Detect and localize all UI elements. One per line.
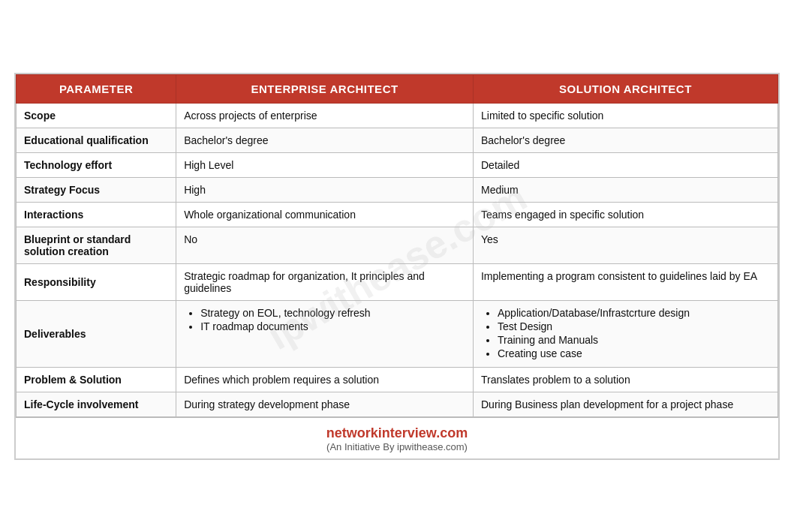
list-item: Creating use case xyxy=(498,347,770,359)
ea-cell: Across projects of enterprise xyxy=(176,103,474,128)
table-row: ScopeAcross projects of enterpriseLimite… xyxy=(17,103,778,128)
sa-cell: Implementing a program consistent to gui… xyxy=(473,263,777,300)
footer: networkinterview.com (An Initiative By i… xyxy=(16,417,778,458)
ea-cell: Strategy on EOL, technology refreshIT ro… xyxy=(176,300,474,367)
sa-cell: Detailed xyxy=(473,152,777,177)
list-item: Application/Database/Infrastcrture desig… xyxy=(498,307,770,319)
param-cell: Responsibility xyxy=(17,263,176,300)
param-cell: Interactions xyxy=(17,202,176,227)
list-item: IT roadmap documents xyxy=(200,320,465,332)
header-param: PARAMETER xyxy=(17,74,176,103)
sa-cell: Teams engaged in specific solution xyxy=(473,202,777,227)
sa-cell: Bachelor's degree xyxy=(473,128,777,152)
table-row: InteractionsWhole organizational communi… xyxy=(17,202,778,227)
list-item: Training and Manuals xyxy=(498,334,770,346)
ea-cell: High xyxy=(176,177,474,202)
sa-cell: Translates problem to a solution xyxy=(473,367,777,392)
param-cell: Problem & Solution xyxy=(17,367,176,392)
list-item: Strategy on EOL, technology refresh xyxy=(200,307,465,319)
sa-cell: During Business plan development for a p… xyxy=(473,392,777,416)
param-cell: Scope xyxy=(17,103,176,128)
ea-cell: High Level xyxy=(176,152,474,177)
table-row: Strategy FocusHighMedium xyxy=(17,177,778,202)
ea-cell: During strategy development phase xyxy=(176,392,474,416)
table-row: Technology effortHigh LevelDetailed xyxy=(17,152,778,177)
param-cell: Educational qualification xyxy=(17,128,176,152)
table-row: ResponsibilityStrategic roadmap for orga… xyxy=(17,263,778,300)
param-cell: Life-Cycle involvement xyxy=(17,392,176,416)
table-row: Problem & SolutionDefines which problem … xyxy=(17,367,778,392)
table-row: DeliverablesStrategy on EOL, technology … xyxy=(17,300,778,367)
footer-sub: (An Initiative By ipwithease.com) xyxy=(20,441,774,452)
header-ea: ENTERPRISE ARCHITECT xyxy=(176,74,474,103)
table-row: Blueprint or standard solution creationN… xyxy=(17,227,778,263)
footer-site: networkinterview.com xyxy=(20,425,774,441)
sa-cell: Medium xyxy=(473,177,777,202)
param-cell: Deliverables xyxy=(17,300,176,367)
header-sa: SOLUTION ARCHITECT xyxy=(473,74,777,103)
ea-cell: Strategic roadmap for organization, It p… xyxy=(176,263,474,300)
sa-cell: Yes xyxy=(473,227,777,263)
ea-cell: No xyxy=(176,227,474,263)
table-row: Educational qualificationBachelor's degr… xyxy=(17,128,778,152)
param-cell: Technology effort xyxy=(17,152,176,177)
sa-cell: Limited to specific solution xyxy=(473,103,777,128)
ea-cell: Whole organizational communication xyxy=(176,202,474,227)
sa-cell: Application/Database/Infrastcrture desig… xyxy=(473,300,777,367)
ea-cell: Bachelor's degree xyxy=(176,128,474,152)
table-row: Life-Cycle involvementDuring strategy de… xyxy=(17,392,778,416)
list-item: Test Design xyxy=(498,320,770,332)
param-cell: Blueprint or standard solution creation xyxy=(17,227,176,263)
param-cell: Strategy Focus xyxy=(17,177,176,202)
ea-cell: Defines which problem requires a solutio… xyxy=(176,367,474,392)
